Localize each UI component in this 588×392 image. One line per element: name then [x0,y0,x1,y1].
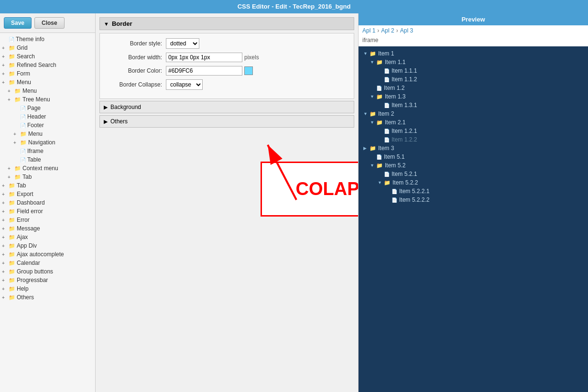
pt-folder-icon: 📁 [376,94,383,100]
sidebar-item-label: Help [17,285,29,292]
expand-icon: + [2,243,8,249]
sidebar-item-label: Ajax autocomplete [17,251,64,258]
border-style-select[interactable]: dotted solid dashed none double [166,38,199,49]
pt-expand-icon: ▼ [363,51,368,56]
sidebar-item[interactable]: +📁Menu [0,87,95,95]
sidebar-item[interactable]: +📁Search [0,52,95,61]
color-swatch[interactable] [244,66,253,75]
sidebar-item[interactable]: +📁Menu [0,130,95,138]
sidebar-item[interactable]: +📁Form [0,69,95,78]
iframe-label: iframe [359,36,588,46]
border-collapse-select[interactable]: collapse separate [166,79,203,90]
pt-item-label: Item 1.2 [384,85,404,91]
sidebar-item-label: Menu [17,79,31,86]
border-color-row: Border Color: [104,66,350,76]
sidebar-item-label: Tab [17,182,26,189]
sidebar-item[interactable]: 📄Page [0,104,95,112]
pt-expand-icon: ▼ [370,163,375,168]
pt-item-label: Item 5.2 [385,162,405,169]
others-toggle-icon: ▶ [104,119,108,125]
folder-icon: 📁 [9,251,15,258]
preview-tree-item[interactable]: 📄Item 1.2 [360,84,586,92]
pt-item-label: Item 1.1.2 [392,76,417,83]
preview-tree-item[interactable]: 📄Item 5.2.2.2 [360,196,586,204]
sidebar-item[interactable]: +📁Group buttons [0,267,95,276]
sidebar-item[interactable]: +📁Calendar [0,259,95,267]
close-button[interactable]: Close [34,17,65,29]
preview-tree-item[interactable]: 📄Item 1.2.2 [360,135,586,144]
expand-icon: + [2,192,8,197]
pt-item-label: Item 1.3 [385,93,405,100]
preview-tree-item[interactable]: ▼📁Item 5.2 [360,161,586,170]
preview-tree-item[interactable]: 📄Item 1.2.1 [360,127,586,135]
folder-icon: 📁 [20,140,27,146]
title-bar: CSS Editor - Edit - TecRep_2016_bgnd [0,0,588,13]
sidebar-item[interactable]: +📁Field error [0,207,95,216]
sidebar-item[interactable]: +📁App Div [0,241,95,250]
sidebar-item-label: Export [17,191,33,197]
border-width-row: Border width: pixels [104,53,350,62]
doc-icon: 📄 [20,149,26,154]
sidebar-item[interactable]: +📁Context menu [0,164,95,173]
sidebar-item[interactable]: +📁Ajax [0,233,95,241]
preview-tree-item[interactable]: ▼📁Item 5.2.2 [360,178,586,187]
sidebar-item[interactable]: +📁Error [0,216,95,224]
sidebar-item[interactable]: +📁Refined Search [0,61,95,69]
breadcrumb-apl3: Apl 3 [400,27,413,34]
breadcrumb-apl2[interactable]: Apl 2 [381,27,394,34]
border-width-input[interactable] [166,53,242,62]
background-section-header[interactable]: ▶ Background [99,101,354,113]
sidebar-item[interactable]: 📄Header [0,112,95,121]
annotation-box: COLAPSE - not working [261,162,359,217]
others-section-header[interactable]: ▶ Others [99,115,354,128]
preview-content[interactable]: Apl 1 › Apl 2 › Apl 3 iframe ▼📁Item 1▼📁I… [359,25,588,392]
preview-tree-item[interactable]: ▼📁Item 2 [360,109,586,118]
doc-icon: 📄 [20,106,26,111]
sidebar-item[interactable]: +📁Export [0,190,95,198]
preview-tree-item[interactable]: 📄Item 5.2.2.1 [360,187,586,196]
preview-tree-item[interactable]: ▼📁Item 1 [360,49,586,58]
sidebar-item[interactable]: 📄Iframe [0,147,95,155]
sidebar-item[interactable]: +📁Progressbar [0,276,95,284]
sidebar-item[interactable]: +📁Others [0,293,95,302]
border-section-header[interactable]: ▼ Border [99,17,354,30]
sidebar-item[interactable]: +📁Navigation [0,138,95,147]
sidebar-item[interactable]: +📁Menu [0,78,95,87]
sidebar-item-label: Others [17,294,34,301]
sidebar-item[interactable]: 📄Footer [0,121,95,130]
preview-tree-item[interactable]: 📄Item 1.1.2 [360,75,586,84]
sidebar-item-label: Calendar [17,260,40,266]
expand-icon: + [2,63,8,68]
preview-tree-item[interactable]: ▼📁Item 1.1 [360,58,586,66]
border-toggle-icon[interactable]: ▼ [104,21,109,27]
breadcrumb-apl1[interactable]: Apl 1 [362,27,375,34]
preview-tree-item[interactable]: 📄Item 5.2.1 [360,170,586,178]
sidebar-item[interactable]: +📁Tab [0,173,95,181]
pt-folder-icon: 📁 [370,51,376,57]
preview-tree-item[interactable]: 📄Item 5.1 [360,152,586,161]
pt-item-label: Item 5.1 [384,153,404,160]
sidebar-item[interactable]: 📄Theme info [0,35,95,44]
preview-tree-item[interactable]: ▼📁Item 2.1 [360,118,586,127]
expand-icon: + [8,166,13,171]
preview-tree-item[interactable]: 📄Item 1.1.1 [360,66,586,75]
border-color-label: Border Color: [104,67,166,74]
sidebar-item[interactable]: +📁Message [0,224,95,233]
sidebar-item[interactable]: +📁Ajax autocomplete [0,250,95,259]
preview-tree-item[interactable]: ▶📁Item 3 [360,144,586,152]
sidebar-item[interactable]: +📁Dashboard [0,198,95,207]
sidebar-item-label: Grid [17,44,28,51]
background-toggle-icon: ▶ [104,104,108,110]
sidebar-item[interactable]: +📁Tab [0,181,95,190]
sidebar-item[interactable]: +📁Help [0,284,95,293]
sidebar-item[interactable]: +📁Tree Menu [0,95,95,104]
preview-tree-item[interactable]: ▼📁Item 1.3 [360,92,586,101]
sidebar-item[interactable]: +📁Grid [0,44,95,52]
border-section-content: Border style: dotted solid dashed none d… [99,33,354,99]
save-button[interactable]: Save [4,17,32,29]
pt-doc-icon: 📄 [384,77,390,82]
sidebar-item[interactable]: 📄Table [0,155,95,164]
border-color-input[interactable] [166,66,242,76]
preview-tree-item[interactable]: 📄Item 1.3.1 [360,101,586,109]
folder-icon: 📁 [9,191,15,197]
